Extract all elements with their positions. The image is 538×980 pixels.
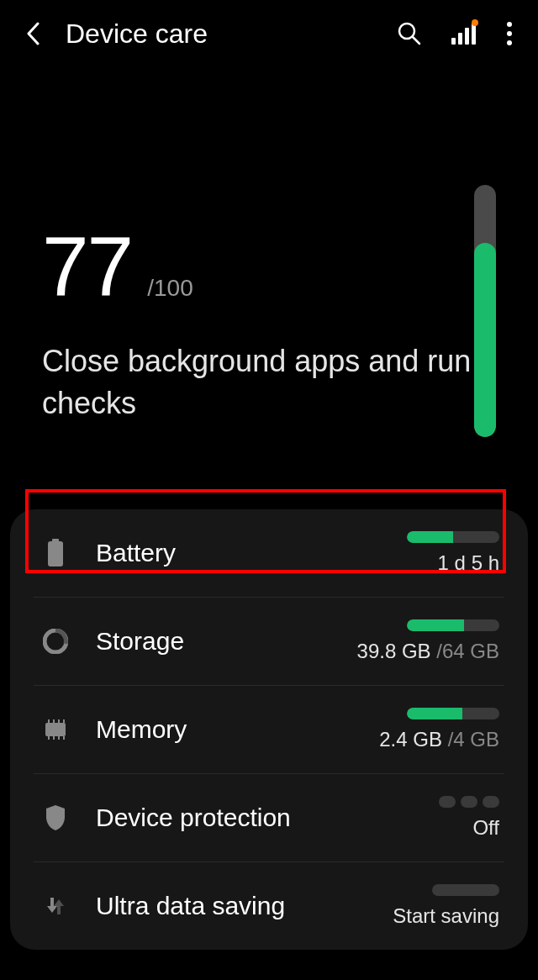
- protection-value: Off: [472, 816, 499, 840]
- back-icon[interactable]: [25, 21, 40, 46]
- data-saving-icon: [39, 894, 72, 918]
- storage-bar: [407, 619, 499, 631]
- protection-right: Off: [439, 796, 499, 840]
- search-icon[interactable]: [397, 21, 422, 46]
- shield-icon: [39, 804, 72, 831]
- svg-rect-3: [458, 33, 462, 45]
- svg-rect-12: [45, 723, 66, 736]
- protection-label: Device protection: [96, 803, 439, 832]
- notification-dot-icon: [472, 19, 478, 26]
- list-item-battery[interactable]: Battery 1 d 5 h: [34, 509, 504, 598]
- battery-label: Battery: [96, 539, 407, 567]
- svg-point-6: [507, 22, 512, 27]
- svg-rect-2: [451, 38, 456, 45]
- memory-icon: [39, 719, 72, 740]
- score-max: /100: [147, 275, 193, 302]
- list-item-device-protection[interactable]: Device protection Off: [34, 774, 504, 862]
- signal-icon[interactable]: [451, 23, 477, 45]
- storage-label: Storage: [96, 627, 357, 656]
- memory-bar-fill: [407, 708, 462, 719]
- memory-bar: [407, 708, 499, 719]
- ultradata-bar: [432, 884, 499, 896]
- list-item-memory[interactable]: Memory 2.4 GB /4 GB: [34, 686, 504, 774]
- battery-bar: [407, 531, 499, 543]
- score-row: 77 /100: [42, 219, 496, 315]
- battery-bar-fill: [407, 531, 453, 543]
- memory-value: 2.4 GB /4 GB: [379, 728, 499, 751]
- ultradata-value: Start saving: [393, 904, 499, 928]
- protection-dots: [439, 796, 499, 808]
- score-hint: Close background apps and run checks: [42, 340, 496, 425]
- svg-point-8: [507, 40, 512, 45]
- storage-value: 39.8 GB /64 GB: [357, 640, 499, 663]
- score-section: 77 /100 Close background apps and run ch…: [0, 67, 538, 476]
- memory-right: 2.4 GB /4 GB: [379, 708, 499, 751]
- header-actions: [397, 21, 513, 46]
- score-value: 77: [42, 219, 132, 315]
- list-item-storage[interactable]: Storage 39.8 GB /64 GB: [34, 598, 504, 686]
- battery-right: 1 d 5 h: [407, 531, 499, 575]
- battery-icon: [39, 539, 72, 567]
- storage-icon: [39, 629, 72, 654]
- score-bar-fill: [474, 243, 496, 437]
- list-item-ultra-data-saving[interactable]: Ultra data saving Start saving: [34, 862, 504, 950]
- svg-rect-4: [465, 28, 469, 45]
- svg-line-1: [413, 37, 419, 44]
- storage-bar-fill: [407, 619, 464, 631]
- svg-point-7: [507, 31, 512, 36]
- header: Device care: [0, 0, 538, 67]
- svg-rect-10: [48, 541, 63, 566]
- page-title: Device care: [66, 18, 397, 50]
- ultradata-right: Start saving: [393, 884, 499, 928]
- ultradata-label: Ultra data saving: [96, 892, 393, 920]
- more-icon[interactable]: [506, 21, 513, 46]
- list-container: Battery 1 d 5 h Storage 39.8 GB /64 GB M…: [10, 509, 528, 950]
- battery-value: 1 d 5 h: [438, 551, 499, 575]
- score-bar: [474, 185, 496, 437]
- memory-label: Memory: [96, 715, 379, 744]
- storage-right: 39.8 GB /64 GB: [357, 619, 499, 663]
